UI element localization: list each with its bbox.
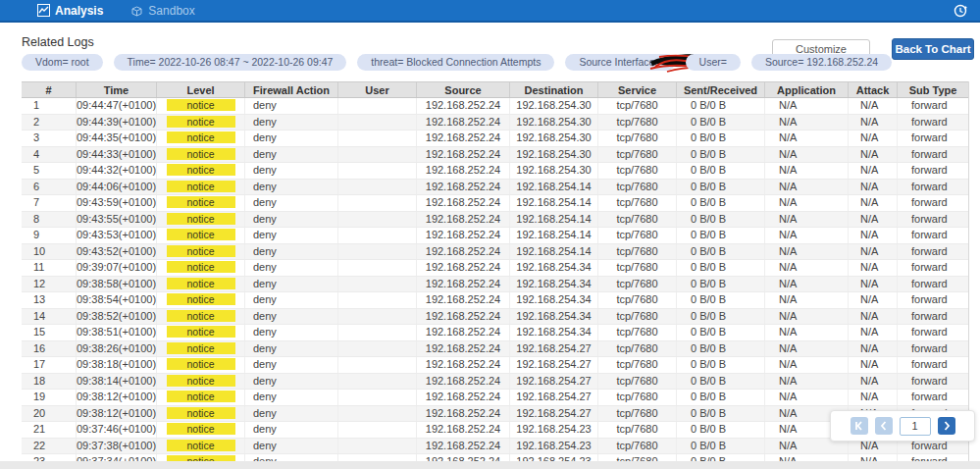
cell-sub-type: forward	[898, 195, 969, 211]
cell-firewall-action: deny	[245, 341, 338, 357]
filter-pill-user[interactable]: User=	[686, 54, 741, 71]
table-row[interactable]: 11 09:39:07(+0100) notice deny 192.168.2…	[22, 260, 969, 277]
next-page-button[interactable]	[938, 417, 955, 435]
cell-attack: N/A	[849, 390, 898, 405]
filter-pill-vdom[interactable]: Vdom= root	[22, 54, 103, 71]
table-row[interactable]: 5 09:44:32(+0100) notice deny 192.168.25…	[22, 163, 969, 180]
cell-attack: N/A	[849, 292, 898, 308]
table-row[interactable]: 14 09:38:52(+0100) notice deny 192.168.2…	[22, 309, 969, 326]
cell-destination: 192.168.254.23	[510, 439, 598, 454]
table-row[interactable]: 15 09:38:51(+0100) notice deny 192.168.2…	[22, 325, 969, 341]
cell-firewall-action: deny	[245, 98, 338, 114]
table-row[interactable]: 9 09:43:53(+0100) notice deny 192.168.25…	[22, 228, 969, 244]
table-row[interactable]: 6 09:44:06(+0100) notice deny 192.168.25…	[22, 180, 969, 196]
cell-user	[338, 163, 417, 179]
column-header-application[interactable]: Application	[765, 82, 849, 97]
column-header-index[interactable]: #	[22, 82, 77, 97]
cell-attack: N/A	[849, 180, 898, 195]
cell-service: tcp/7680	[598, 98, 677, 114]
cell-destination: 192.168.254.30	[510, 130, 598, 146]
cell-level: notice	[157, 180, 245, 195]
column-header-attack[interactable]: Attack	[849, 82, 898, 97]
table-row[interactable]: 19 09:38:12(+0100) notice deny 192.168.2…	[22, 390, 969, 406]
table-row[interactable]: 3 09:44:35(+0100) notice deny 192.168.25…	[22, 130, 969, 147]
table-row[interactable]: 16 09:38:26(+0100) notice deny 192.168.2…	[22, 341, 969, 358]
table-row[interactable]: 1 09:44:47(+0100) notice deny 192.168.25…	[22, 98, 969, 115]
cell-source: 192.168.252.24	[417, 195, 510, 211]
history-clock-icon[interactable]	[953, 3, 968, 19]
table-row[interactable]: 23 09:37:34(+0100) notice deny 192.168.2…	[22, 454, 969, 461]
cell-user	[338, 228, 417, 243]
filter-pill-threat[interactable]: threat= Blocked Connection Attempts	[357, 54, 554, 71]
cell-application: N/A	[765, 147, 849, 163]
filter-pill-time[interactable]: Time= 2022-10-26 08:47 ~ 2022-10-26 09:4…	[114, 54, 347, 71]
tab-analysis-label: Analysis	[55, 4, 103, 18]
table-row[interactable]: 17 09:38:18(+0100) notice deny 192.168.2…	[22, 357, 969, 374]
column-header-destination[interactable]: Destination	[510, 82, 598, 97]
horizontal-scrollbar[interactable]	[0, 461, 980, 469]
level-notice-badge: notice	[167, 278, 235, 289]
cell-source: 192.168.252.24	[417, 212, 510, 228]
table-row[interactable]: 22 09:37:38(+0100) notice deny 192.168.2…	[22, 439, 969, 455]
cell-level: notice	[157, 454, 245, 461]
cell-service: tcp/7680	[598, 130, 677, 146]
level-notice-badge: notice	[167, 148, 235, 160]
cell-source: 192.168.252.24	[417, 357, 510, 373]
cell-level: notice	[157, 374, 245, 390]
cell-destination: 192.168.254.14	[510, 244, 598, 260]
cell-time: 09:43:59(+0100)	[77, 195, 157, 211]
column-header-time[interactable]: Time	[77, 82, 157, 97]
column-header-service[interactable]: Service	[598, 82, 677, 97]
table-row[interactable]: 2 09:44:39(+0100) notice deny 192.168.25…	[22, 115, 969, 131]
cell-source: 192.168.252.24	[417, 374, 510, 390]
table-row[interactable]: 7 09:43:59(+0100) notice deny 192.168.25…	[22, 195, 969, 212]
cell-firewall-action: deny	[245, 406, 338, 422]
cell-time: 09:38:52(+0100)	[77, 309, 157, 325]
cell-time: 09:37:46(+0100)	[77, 422, 157, 438]
cell-source: 192.168.252.24	[417, 130, 510, 146]
cell-user	[338, 374, 417, 390]
cell-service: tcp/7680	[598, 422, 677, 438]
column-header-level[interactable]: Level	[157, 82, 245, 97]
cell-service: tcp/7680	[598, 309, 677, 325]
first-page-button[interactable]	[851, 417, 868, 435]
back-to-chart-button[interactable]: Back To Chart	[892, 38, 974, 60]
column-header-firewall-action[interactable]: Firewall Action	[245, 82, 338, 97]
tab-analysis[interactable]: Analysis	[27, 0, 113, 21]
filter-pill-source[interactable]: Source= 192.168.252.24	[751, 54, 892, 71]
cell-firewall-action: deny	[245, 454, 338, 461]
filter-pill-source-interface[interactable]: Source Interface=	[565, 54, 674, 71]
cell-level: notice	[157, 163, 245, 179]
cell-attack: N/A	[849, 115, 898, 130]
cell-user	[338, 357, 417, 373]
table-row[interactable]: 21 09:37:46(+0100) notice deny 192.168.2…	[22, 422, 969, 439]
column-header-source[interactable]: Source	[417, 82, 510, 97]
cell-destination: 192.168.254.14	[510, 195, 598, 211]
column-header-sent-received[interactable]: Sent/Received	[677, 82, 765, 97]
cell-sub-type: forward	[898, 260, 969, 276]
level-notice-badge: notice	[167, 407, 235, 419]
cell-source: 192.168.252.24	[417, 260, 510, 276]
filter-pill-source-interface-label: Source Interface=	[579, 56, 660, 68]
cell-source: 192.168.252.24	[417, 163, 510, 179]
table-row[interactable]: 18 09:38:14(+0100) notice deny 192.168.2…	[22, 374, 969, 391]
top-navigation-bar: Analysis Sandbox	[0, 0, 980, 23]
level-notice-badge: notice	[167, 229, 235, 240]
table-row[interactable]: 8 09:43:55(+0100) notice deny 192.168.25…	[22, 212, 969, 229]
table-row[interactable]: 10 09:43:52(+0100) notice deny 192.168.2…	[22, 244, 969, 261]
page-title: Related Logs	[22, 35, 94, 49]
table-row[interactable]: 12 09:38:58(+0100) notice deny 192.168.2…	[22, 277, 969, 293]
table-row[interactable]: 20 09:38:12(+0100) notice deny 192.168.2…	[22, 406, 969, 423]
tab-sandbox[interactable]: Sandbox	[121, 0, 204, 21]
cell-application: N/A	[765, 98, 849, 114]
line-chart-icon	[37, 4, 50, 17]
column-header-user[interactable]: User	[338, 82, 417, 97]
page-number-input[interactable]	[900, 417, 931, 436]
table-row[interactable]: 13 09:38:54(+0100) notice deny 192.168.2…	[22, 292, 969, 309]
cell-time: 09:38:54(+0100)	[77, 292, 157, 308]
table-row[interactable]: 4 09:44:33(+0100) notice deny 192.168.25…	[22, 147, 969, 164]
cell-sub-type: forward	[898, 374, 969, 390]
cell-destination: 192.168.254.34	[510, 309, 598, 325]
previous-page-button[interactable]	[875, 417, 893, 435]
column-header-sub-type[interactable]: Sub Type	[898, 82, 969, 97]
